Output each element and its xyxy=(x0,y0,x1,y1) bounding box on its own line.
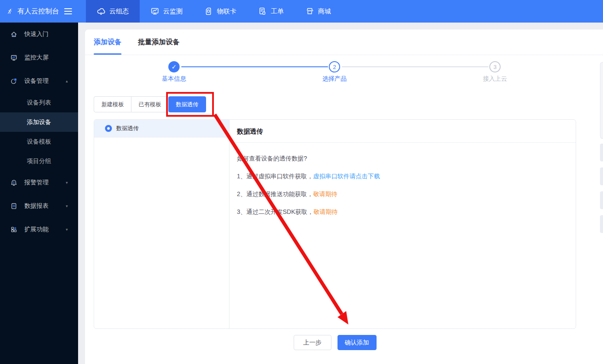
floating-panel[interactable] xyxy=(600,62,603,139)
nav-item-cloud-scada[interactable]: 云组态 xyxy=(86,0,140,23)
sidebar-subitem-label: 设备列表 xyxy=(27,99,51,107)
detail-item-text: 1、通过虚拟串口软件获取， xyxy=(237,173,313,180)
template-tab-group: 新建模板 已有模板 数据透传 xyxy=(94,96,206,112)
confirm-add-button[interactable]: 确认添加 xyxy=(338,335,377,350)
nav-label: 云组态 xyxy=(109,7,129,16)
nav-label: 物联卡 xyxy=(217,7,236,16)
caret-down-icon: ▼ xyxy=(65,204,69,208)
dashboard-screen-icon xyxy=(10,54,17,61)
nav-item-iot-sim[interactable]: 物联卡 xyxy=(193,0,247,23)
detail-item-1: 1、通过虚拟串口软件获取，虚拟串口软件请点击下载 xyxy=(237,173,569,180)
sidebar-subitem-device-list[interactable]: 设备列表 xyxy=(0,93,78,112)
radio-selected-icon[interactable] xyxy=(105,125,112,132)
list-item-label: 数据透传 xyxy=(116,125,139,132)
step-2-circle: 2 xyxy=(329,61,340,72)
tab-add-device[interactable]: 添加设备 xyxy=(94,38,121,47)
floating-button[interactable] xyxy=(600,191,603,209)
active-tab-underline xyxy=(94,53,121,55)
brand-title: 有人云控制台 xyxy=(17,7,59,16)
sidebar-item-label: 快速入门 xyxy=(24,30,49,38)
sidebar-item-quick-start[interactable]: 快速入门 xyxy=(0,23,78,46)
menu-toggle-icon[interactable] xyxy=(64,8,72,14)
step-2-label: 选择产品 xyxy=(308,75,360,83)
caret-up-icon: ▲ xyxy=(65,79,69,83)
caret-down-icon: ▼ xyxy=(65,181,69,185)
pending-tag: 敬请期待 xyxy=(314,208,338,215)
floating-button[interactable] xyxy=(600,167,603,185)
pending-tag: 敬请期待 xyxy=(313,190,338,197)
list-item-data-passthrough[interactable]: 数据透传 xyxy=(94,120,229,138)
detail-item-2: 2、通过数据推送功能获取，敬请期待 xyxy=(237,190,569,198)
sidebar-item-label: 监控大屏 xyxy=(24,54,49,62)
prev-step-button[interactable]: 上一步 xyxy=(294,335,331,350)
page-tabs: 添加设备 批量添加设备 xyxy=(85,30,603,55)
detail-item-text: 2、通过数据推送功能获取， xyxy=(237,190,313,197)
step-3-circle: 3 xyxy=(489,61,501,72)
detail-item-3: 3、通过二次开发SDK获取，敬请期待 xyxy=(237,208,569,216)
sidebar-subitem-project-group[interactable]: 项目分组 xyxy=(0,151,78,171)
detail-question: 如何查看设备的透传数据? xyxy=(237,155,569,163)
sidebar-subitem-label: 项目分组 xyxy=(27,157,51,165)
detail-item-text: 3、通过二次开发SDK获取， xyxy=(237,208,314,215)
sidebar-item-device-mgmt[interactable]: 设备管理 ▲ xyxy=(0,69,78,93)
nav-label: 商城 xyxy=(318,7,331,16)
sidebar-item-dashboard[interactable]: 监控大屏 xyxy=(0,46,78,69)
template-tab-new[interactable]: 新建模板 xyxy=(94,96,131,112)
step-1-circle: ✓ xyxy=(168,61,180,72)
tab-batch-add-device[interactable]: 批量添加设备 xyxy=(138,38,180,47)
sidebar-item-label: 扩展功能 xyxy=(24,226,49,233)
sim-card-icon xyxy=(204,7,213,16)
sidebar-item-extensions[interactable]: 扩展功能 ▼ xyxy=(0,218,78,241)
app-root: 有人云控制台 云组态 云监测 xyxy=(0,0,603,364)
floating-button[interactable] xyxy=(600,215,603,233)
top-header: 有人云控制台 云组态 云监测 xyxy=(0,0,603,23)
sidebar-subitem-label: 设备模板 xyxy=(27,138,51,146)
wizard-footer: 上一步 确认添加 xyxy=(94,335,576,350)
sidebar-subitem-device-template[interactable]: 设备模板 xyxy=(0,132,78,151)
home-icon xyxy=(10,31,17,38)
sidebar-item-label: 设备管理 xyxy=(24,77,49,85)
top-nav: 云组态 云监测 物联卡 xyxy=(86,0,342,23)
passthrough-list: 数据透传 xyxy=(94,120,229,328)
work-order-icon xyxy=(258,7,267,16)
check-icon: ✓ xyxy=(171,63,177,70)
template-tab-passthrough[interactable]: 数据透传 xyxy=(168,96,206,112)
alarm-bell-icon xyxy=(10,179,17,186)
detail-body: 如何查看设备的透传数据? 1、通过虚拟串口软件获取，虚拟串口软件请点击下载 2、… xyxy=(230,143,576,216)
stepper: ✓ 基本信息 2 选择产品 3 接入上云 xyxy=(85,55,603,87)
content-area: 添加设备 批量添加设备 ✓ 基本信息 2 选择产品 3 接入上云 新建模板 已有… xyxy=(78,23,603,364)
main-card: 添加设备 批量添加设备 ✓ 基本信息 2 选择产品 3 接入上云 新建模板 已有… xyxy=(85,30,603,364)
device-mgmt-pie-icon xyxy=(10,78,17,85)
caret-down-icon: ▼ xyxy=(65,228,69,232)
monitor-chart-icon xyxy=(151,7,159,16)
floating-button[interactable] xyxy=(600,144,603,161)
nav-item-work-order[interactable]: 工单 xyxy=(247,0,295,23)
nav-item-mall[interactable]: 商城 xyxy=(295,0,342,23)
nav-label: 工单 xyxy=(271,7,284,16)
sidebar-item-alarm-mgmt[interactable]: 报警管理 ▼ xyxy=(0,171,78,194)
nav-item-cloud-monitor[interactable]: 云监测 xyxy=(140,0,193,23)
sidebar-item-label: 报警管理 xyxy=(24,179,49,187)
sidebar: 快速入门 监控大屏 设备管理 ▲ 设备列表 添加设备 设备模板 xyxy=(0,23,78,364)
step-connector-done xyxy=(181,66,328,67)
step-3-label: 接入上云 xyxy=(469,75,521,83)
step-connector-pending xyxy=(342,66,488,67)
step-1-label: 基本信息 xyxy=(148,75,200,83)
passthrough-detail: 数据透传 如何查看设备的透传数据? 1、通过虚拟串口软件获取，虚拟串口软件请点击… xyxy=(230,120,576,328)
sidebar-item-data-report[interactable]: 数据报表 ▼ xyxy=(0,194,78,218)
cloud-icon xyxy=(97,7,105,16)
sidebar-subitem-add-device[interactable]: 添加设备 xyxy=(0,112,78,132)
sidebar-subitem-label: 添加设备 xyxy=(27,118,51,126)
detail-title: 数据透传 xyxy=(230,120,576,143)
sidebar-item-label: 数据报表 xyxy=(24,202,49,210)
brand: 有人云控制台 xyxy=(0,0,78,23)
brand-logo-runner-icon xyxy=(7,6,13,17)
download-link[interactable]: 虚拟串口软件请点击下载 xyxy=(313,173,380,180)
extensions-grid-icon xyxy=(10,226,17,233)
report-doc-icon xyxy=(10,203,17,210)
template-tab-existing[interactable]: 已有模板 xyxy=(131,96,169,112)
passthrough-panel: 数据透传 数据透传 如何查看设备的透传数据? 1、通过虚拟串口软件获取，虚拟串口… xyxy=(94,119,576,329)
shop-icon xyxy=(305,7,314,16)
nav-label: 云监测 xyxy=(163,7,183,16)
